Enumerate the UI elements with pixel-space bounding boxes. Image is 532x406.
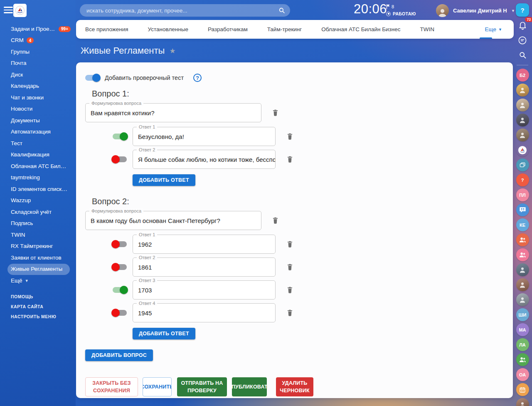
rail-avatar[interactable] (516, 84, 529, 97)
sidebar-item[interactable]: Wazzup (0, 195, 76, 207)
answer-toggle[interactable] (113, 134, 127, 139)
rail-avatar[interactable]: ПЛ (516, 188, 529, 201)
company-logo[interactable] (13, 4, 27, 17)
sidebar-item[interactable]: Группы (0, 46, 76, 58)
answer-toggle[interactable] (113, 287, 127, 293)
sidebar-item[interactable]: Складской учёт (0, 206, 76, 218)
answer-input[interactable]: Ответ 21861 (133, 257, 276, 277)
help-button[interactable]: ? (516, 3, 529, 17)
sidebar-item[interactable]: Чат и звонки (0, 92, 76, 104)
sidebar-item[interactable]: Календарь (0, 81, 76, 92)
rail-avatar[interactable] (516, 398, 529, 406)
calendar-app-icon[interactable] (516, 383, 529, 396)
messenger-icon[interactable] (516, 34, 529, 47)
group-avatar[interactable] (516, 248, 529, 261)
rail-avatar[interactable] (516, 263, 529, 276)
rail-avatar[interactable]: МА (516, 323, 529, 336)
sidebar-item[interactable]: Заявки от клиентов (0, 252, 76, 264)
answer-toggle[interactable] (113, 264, 127, 270)
rail-avatar[interactable]: КЕ (516, 218, 529, 231)
delete-draft-button[interactable]: УДАЛИТЬ ЧЕРНОВИК (276, 377, 313, 396)
rail-avatar[interactable] (516, 129, 529, 141)
sidebar-item[interactable]: Живые Регламенты (7, 264, 70, 275)
delete-icon[interactable] (285, 131, 295, 142)
add-test-toggle[interactable] (85, 75, 99, 81)
delete-icon[interactable] (285, 239, 295, 250)
answer-input[interactable]: Ответ 41945 (133, 303, 276, 322)
group-avatar[interactable] (516, 353, 529, 366)
delete-icon[interactable] (285, 307, 295, 318)
rail-avatar[interactable] (516, 99, 529, 111)
save-button[interactable]: СОХРАНИТЬ (143, 377, 172, 396)
apps-tab[interactable]: Тайм-трекинг (267, 26, 302, 32)
delete-icon[interactable] (270, 215, 280, 226)
sidebar-item[interactable]: Тест (0, 138, 76, 149)
search-icon[interactable] (516, 49, 529, 62)
question-app-icon[interactable]: ? (516, 173, 529, 186)
rail-avatar[interactable] (516, 293, 529, 306)
rail-avatar[interactable] (516, 114, 529, 126)
delete-icon[interactable] (285, 285, 295, 295)
clock[interactable]: 20:06 (354, 2, 387, 17)
sidebar-item[interactable]: Диск (0, 69, 76, 81)
answer-toggle[interactable] (113, 310, 127, 316)
add-answer-button[interactable]: ДОБАВИТЬ ОТВЕТ (133, 174, 195, 186)
sidebar-item[interactable]: CRM4 (0, 35, 76, 47)
question-input[interactable]: Формулировка вопросаВ каком году был осн… (85, 211, 261, 230)
answer-toggle[interactable] (113, 156, 127, 162)
help-icon[interactable]: ? (193, 74, 202, 82)
sidebar-item[interactable]: Новости (0, 104, 76, 115)
send-for-review-button[interactable]: ОТПРАВИТЬ НА ПРОВЕРКУ (177, 377, 227, 396)
apps-tab[interactable]: Установленные (148, 26, 188, 32)
question-input[interactable]: Формулировка вопросаВам нравятся котики? (85, 103, 261, 122)
publish-button[interactable]: ОПУБЛИКОВАТЬ (232, 377, 267, 396)
search-icon[interactable] (278, 7, 286, 14)
flag-counter[interactable]: 8 (386, 4, 416, 9)
sidebar-footer-link[interactable]: НАСТРОИТЬ МЕНЮ (0, 312, 76, 322)
add-answer-button[interactable]: ДОБАВИТЬ ОТВЕТ (133, 328, 195, 339)
answer-input[interactable]: Ответ 1Безусловно, да! (133, 127, 276, 146)
sidebar-item[interactable]: ID элементов списка из ... (0, 183, 76, 195)
sidebar-item[interactable]: Квалификация (0, 149, 76, 161)
rail-avatar[interactable]: ОА (516, 368, 529, 381)
apps-tab[interactable]: Облачная АТС Билайн Бизнес (321, 26, 400, 32)
notifications-bell-icon[interactable]: 72 (516, 19, 529, 32)
answer-input[interactable]: Ответ 2Я больше собак люблю, но котики т… (133, 150, 276, 169)
sidebar-item[interactable]: Задачи и Проекты99+ (0, 23, 76, 35)
sidebar-item[interactable]: taymtreking (0, 172, 76, 184)
work-status[interactable]: РАБОТАЮ (386, 11, 416, 16)
group-avatar[interactable] (516, 233, 529, 246)
delete-icon[interactable] (270, 107, 280, 118)
sidebar-item[interactable]: TWIN (0, 229, 76, 241)
sidebar-item[interactable]: Автоматизация (0, 126, 76, 138)
answer-toggle[interactable] (113, 241, 127, 247)
sidebar-item[interactable]: Облачная АТС Билайн Б... (0, 161, 76, 172)
answer-input[interactable]: Ответ 31703 (133, 280, 276, 300)
search-input[interactable] (80, 4, 290, 17)
apps-tab[interactable]: Разработчикам (208, 26, 248, 32)
rail-avatar[interactable]: Б2 (516, 69, 529, 82)
apps-tab[interactable]: Все приложения (85, 26, 128, 32)
more-tab[interactable]: Еще ▼ (485, 20, 502, 39)
favorite-star-icon[interactable]: ★ (169, 47, 175, 55)
sidebar-item[interactable]: Подпись (0, 218, 76, 230)
gallery-app-icon[interactable] (516, 158, 529, 171)
delete-icon[interactable] (285, 154, 295, 165)
answer-input[interactable]: Ответ 11962 (133, 235, 276, 254)
rail-avatar[interactable]: ШИ (516, 308, 529, 321)
close-without-saving-button[interactable]: ЗАКРЫТЬ БЕЗ СОХРАНЕНИЯ (85, 377, 138, 396)
chat-app-icon[interactable] (516, 203, 529, 216)
add-question-button[interactable]: ДОБАВИТЬ ВОПРОС (85, 349, 153, 361)
user-menu[interactable]: Савелин Дмитрий Н... ▼ (436, 4, 515, 17)
rail-avatar[interactable]: ЛА (516, 338, 529, 351)
menu-hamburger-icon[interactable] (4, 7, 13, 15)
sidebar-item[interactable]: RX Таймтрекинг (0, 241, 76, 253)
delete-icon[interactable] (285, 262, 295, 272)
sidebar-footer-link[interactable]: ПОМОЩЬ (0, 292, 76, 302)
sidebar-footer-link[interactable]: КАРТА САЙТА (0, 302, 76, 312)
sidebar-item[interactable]: Почта (0, 58, 76, 69)
sidebar-item[interactable]: Документы (0, 115, 76, 126)
rail-avatar[interactable] (516, 278, 529, 291)
apps-tab[interactable]: TWIN (420, 26, 435, 32)
rail-logo-avatar[interactable] (516, 144, 529, 156)
